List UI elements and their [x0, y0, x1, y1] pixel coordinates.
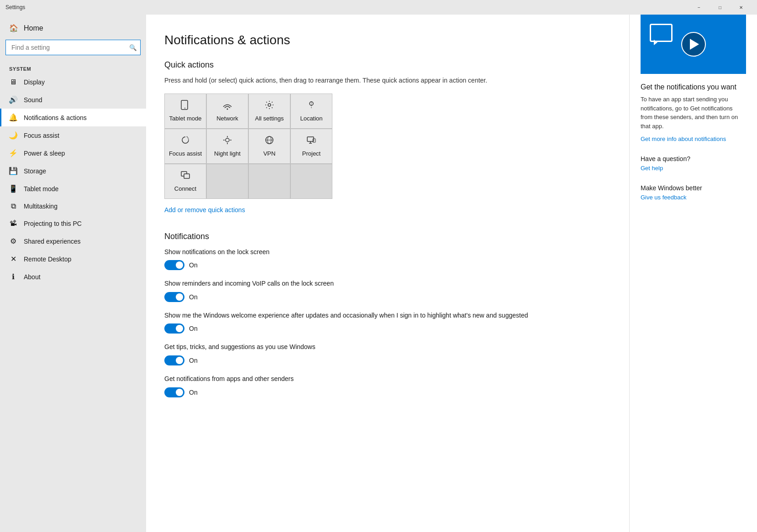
qa-empty-2 [249, 164, 290, 198]
qa-network[interactable]: Network [207, 94, 248, 128]
toggle-label-voip: Show reminders and incoming VoIP calls o… [164, 279, 607, 288]
tablet-icon: 📱 [9, 184, 17, 193]
focus-assist-icon: 🌙 [9, 131, 17, 140]
qa-project[interactable]: Project [291, 129, 332, 163]
right-section1-desc: To have an app start sending you notific… [641, 95, 746, 130]
toggle-lock-screen[interactable] [164, 260, 184, 270]
quick-actions-desc: Press and hold (or select) quick actions… [164, 76, 607, 85]
toggle-voip[interactable] [164, 292, 184, 302]
sidebar-label-storage: Storage [24, 167, 46, 175]
toggle-text-apps: On [189, 389, 198, 396]
shared-icon: ⚙ [9, 237, 17, 245]
sidebar-item-tablet-mode[interactable]: 📱 Tablet mode [0, 180, 146, 198]
qa-connect-icon [180, 170, 190, 183]
notifications-title: Notifications [164, 232, 607, 241]
qa-tablet-mode-label: Tablet mode [169, 115, 202, 122]
remote-desktop-icon: ✕ [9, 255, 17, 263]
sidebar-label-notifications: Notifications & actions [24, 114, 87, 121]
close-button[interactable]: ✕ [731, 0, 752, 15]
qa-tablet-mode-icon [180, 100, 190, 112]
qa-all-settings[interactable]: All settings [249, 94, 290, 128]
qa-network-label: Network [216, 115, 238, 122]
sidebar-item-shared-experiences[interactable]: ⚙ Shared experiences [0, 232, 146, 250]
feedback-link[interactable]: Give us feedback [641, 194, 686, 201]
sidebar-item-projecting[interactable]: 📽 Projecting to this PC [0, 215, 146, 232]
qa-night-light-label: Night light [214, 150, 241, 157]
projecting-icon: 📽 [9, 219, 17, 228]
qa-location-icon [306, 100, 316, 112]
storage-icon: 💾 [9, 167, 17, 175]
sidebar-item-display[interactable]: 🖥 Display [0, 73, 146, 91]
sidebar-item-remote-desktop[interactable]: ✕ Remote Desktop [0, 250, 146, 268]
sidebar-label-display: Display [24, 78, 45, 86]
qa-night-light-icon [222, 135, 232, 147]
qa-empty-3 [291, 164, 332, 198]
qa-vpn[interactable]: VPN [249, 129, 290, 163]
qa-night-light[interactable]: Night light [207, 129, 248, 163]
chat-icon [650, 24, 673, 42]
qa-focus-assist-label: Focus assist [169, 150, 202, 157]
toggle-control-apps: On [164, 387, 607, 397]
toggle-apps[interactable] [164, 387, 184, 397]
home-label: Home [24, 24, 43, 32]
quick-actions-grid: Tablet mode Network All settings Locatio… [164, 94, 332, 199]
toggle-label-welcome: Show me the Windows welcome experience a… [164, 311, 607, 320]
power-icon: ⚡ [9, 149, 17, 157]
sidebar-item-about[interactable]: ℹ About [0, 268, 146, 286]
add-remove-link[interactable]: Add or remove quick actions [164, 206, 245, 214]
get-help-link[interactable]: Get help [641, 165, 663, 172]
qa-tablet-mode[interactable]: Tablet mode [165, 94, 206, 128]
toggle-control-lock-screen: On [164, 260, 607, 270]
play-button[interactable] [681, 32, 706, 57]
sidebar: 🏠 Home 🔍 System 🖥 Display 🔊 Sound 🔔 Noti… [0, 15, 146, 532]
toggle-text-welcome: On [189, 325, 198, 332]
right-section1-title: Get the notifications you want [641, 83, 746, 91]
app-container: 🏠 Home 🔍 System 🖥 Display 🔊 Sound 🔔 Noti… [0, 15, 757, 532]
sidebar-item-storage[interactable]: 💾 Storage [0, 162, 146, 180]
sidebar-item-power-sleep[interactable]: ⚡ Power & sleep [0, 144, 146, 162]
sidebar-label-projecting: Projecting to this PC [24, 220, 82, 227]
sidebar-label-sound: Sound [24, 96, 42, 104]
sidebar-item-multitasking[interactable]: ⧉ Multitasking [0, 198, 146, 215]
qa-connect[interactable]: Connect [165, 164, 206, 198]
sidebar-item-notifications[interactable]: 🔔 Notifications & actions [0, 109, 146, 126]
toggle-row-apps: Get notifications from apps and other se… [164, 375, 607, 397]
minimize-button[interactable]: − [689, 0, 710, 15]
maximize-button[interactable]: □ [710, 0, 731, 15]
toggle-text-voip: On [189, 293, 198, 301]
sidebar-label-remote-desktop: Remote Desktop [24, 256, 71, 263]
display-icon: 🖥 [9, 78, 17, 86]
toggle-row-tips: Get tips, tricks, and suggestions as you… [164, 343, 607, 365]
qa-location[interactable]: Location [291, 94, 332, 128]
toggle-row-welcome: Show me the Windows welcome experience a… [164, 311, 607, 334]
qa-all-settings-label: All settings [255, 115, 284, 122]
sidebar-item-focus-assist[interactable]: 🌙 Focus assist [0, 126, 146, 144]
sidebar-label-shared-experiences: Shared experiences [24, 238, 81, 245]
search-input[interactable] [5, 40, 141, 55]
toggle-welcome[interactable] [164, 323, 184, 334]
toggle-tips[interactable] [164, 355, 184, 365]
qa-focus-assist-icon [180, 135, 190, 147]
sidebar-label-tablet-mode: Tablet mode [24, 185, 58, 193]
video-thumbnail[interactable] [641, 15, 746, 74]
toggle-control-welcome: On [164, 323, 607, 334]
sidebar-item-sound[interactable]: 🔊 Sound [0, 91, 146, 109]
qa-empty-1 [207, 164, 248, 198]
right-section3-title: Make Windows better [641, 184, 746, 192]
qa-all-settings-icon [264, 100, 274, 112]
qa-project-icon [306, 135, 316, 147]
sidebar-home[interactable]: 🏠 Home [0, 15, 146, 40]
more-info-link[interactable]: Get more info about notifications [641, 136, 726, 142]
toggle-text-lock-screen: On [189, 261, 198, 269]
notifications-section: Notifications Show notifications on the … [164, 232, 607, 397]
titlebar: Settings − □ ✕ [0, 0, 757, 15]
qa-location-label: Location [300, 115, 322, 122]
system-section-label: System [0, 63, 146, 73]
home-icon: 🏠 [9, 24, 18, 32]
search-button[interactable]: 🔍 [129, 44, 137, 51]
qa-network-icon [222, 100, 232, 112]
svg-point-3 [268, 104, 271, 106]
titlebar-title: Settings [5, 4, 25, 10]
qa-focus-assist[interactable]: Focus assist [165, 129, 206, 163]
toggle-row-lock-screen: Show notifications on the lock screen On [164, 248, 607, 271]
